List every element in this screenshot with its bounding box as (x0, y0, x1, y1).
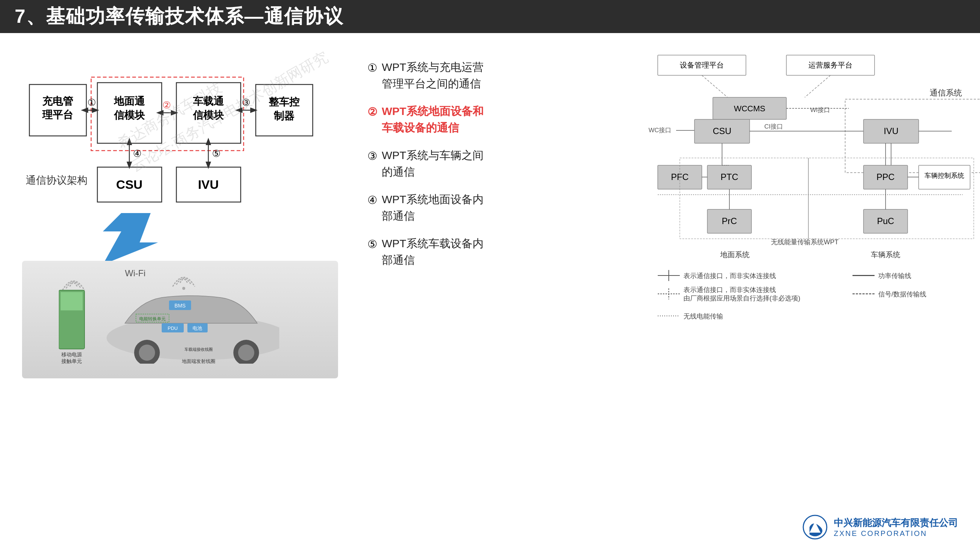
svg-text:表示通信接口，而非实体连接线: 表示通信接口，而非实体连接线 (684, 286, 776, 294)
svg-marker-28 (103, 213, 158, 265)
logo-text: 中兴新能源汽车有限责任公司 ZXNE CORPORATION (834, 516, 958, 538)
svg-text:运营服务平台: 运营服务平台 (808, 61, 853, 69)
svg-text:PTC: PTC (721, 172, 738, 182)
svg-text:制器: 制器 (274, 110, 295, 122)
svg-text:由厂商根据应用场景自行选择(非必选项): 由厂商根据应用场景自行选择(非必选项) (684, 295, 800, 302)
list-item-4: ④ WPT系统地面设备内部通信 (368, 191, 632, 224)
svg-text:IVU: IVU (198, 178, 219, 191)
svg-text:WCCMS: WCCMS (734, 104, 765, 113)
item-text-3: WPT系统与车辆之间的通信 (382, 147, 484, 180)
car-area: Wi-Fi 移动电源 接触单元 (22, 261, 338, 378)
right-section: 设备管理平台 运营服务平台 WCCMS Wi接口 通信系统 WC接口 (647, 48, 980, 544)
item-text-2: WPT系统地面设备和车载设备的通信 (382, 103, 484, 136)
system-arch-svg: 设备管理平台 运营服务平台 WCCMS Wi接口 通信系统 WC接口 (647, 51, 980, 367)
svg-text:电能转换单元: 电能转换单元 (139, 316, 166, 321)
svg-text:表示通信接口，而非实体连接线: 表示通信接口，而非实体连接线 (684, 272, 776, 279)
svg-text:功率传输线: 功率传输线 (878, 272, 911, 279)
svg-text:PDU: PDU (167, 326, 178, 331)
svg-text:PrC: PrC (722, 216, 737, 226)
company-name-en: ZXNE CORPORATION (834, 529, 927, 538)
svg-text:BMS: BMS (175, 303, 186, 308)
svg-text:④: ④ (133, 148, 142, 159)
svg-text:WC接口: WC接口 (649, 127, 671, 134)
left-section: 充电管 理平台 地面通 信模块 车载通 信模块 整车控 制器 CSU IVU (22, 48, 353, 544)
svg-text:整车控: 整车控 (269, 96, 299, 108)
svg-text:Wi接口: Wi接口 (810, 106, 830, 113)
svg-text:地面系统: 地面系统 (720, 251, 749, 259)
svg-text:信模块: 信模块 (113, 110, 145, 121)
svg-text:①: ① (88, 97, 96, 108)
svg-text:IVU: IVU (884, 126, 899, 136)
item-num-1: ① (368, 59, 377, 76)
list-item-3: ③ WPT系统与车辆之间的通信 (368, 147, 632, 180)
item-num-5: ⑤ (368, 235, 377, 252)
svg-text:接触单元: 接触单元 (61, 358, 82, 364)
svg-text:车载端接收线圈: 车载端接收线圈 (185, 347, 213, 351)
footer-logo: 中兴新能源汽车有限责任公司 ZXNE CORPORATION (802, 514, 958, 540)
svg-text:充电管: 充电管 (42, 95, 73, 107)
svg-text:地面通: 地面通 (113, 95, 145, 107)
list-item-5: ⑤ WPT系统车载设备内部通信 (368, 235, 632, 268)
svg-text:CI接口: CI接口 (764, 123, 783, 130)
svg-text:车辆系统: 车辆系统 (871, 251, 900, 259)
main-content: 充电管 理平台 地面通 信模块 车载通 信模块 整车控 制器 CSU IVU (0, 33, 980, 551)
svg-line-55 (805, 75, 830, 97)
svg-point-39 (238, 345, 254, 361)
svg-text:通信协议架构: 通信协议架构 (26, 175, 88, 186)
list-item-2: ② WPT系统地面设备和车载设备的通信 (368, 103, 632, 136)
svg-text:CSU: CSU (116, 178, 143, 191)
svg-point-37 (139, 345, 155, 361)
svg-text:PuC: PuC (877, 216, 894, 226)
svg-text:无线能量传输系统WPT: 无线能量传输系统WPT (771, 238, 838, 246)
header-bar: 7、基础功率传输技术体系—通信协议 (0, 0, 980, 33)
car-silhouette: 移动电源 接触单元 BMS PDU 电池 地面端发射线圈 (59, 272, 279, 364)
company-name-cn: 中兴新能源汽车有限责任公司 (834, 516, 958, 529)
svg-text:③: ③ (242, 97, 250, 108)
svg-text:无线电能传输: 无线电能传输 (684, 313, 723, 320)
svg-text:车载通: 车载通 (193, 95, 224, 107)
svg-text:②: ② (162, 100, 171, 111)
svg-text:地面端发射线圈: 地面端发射线圈 (181, 359, 215, 364)
svg-rect-32 (60, 292, 83, 310)
item-num-2: ② (368, 103, 377, 120)
list-item-1: ① WPT系统与充电运营管理平台之间的通信 (368, 59, 632, 92)
logo-icon (802, 514, 828, 540)
svg-text:理平台: 理平台 (42, 109, 73, 121)
svg-text:PPC: PPC (877, 172, 894, 182)
svg-text:通信系统: 通信系统 (930, 88, 962, 97)
item-text-5: WPT系统车载设备内部通信 (382, 235, 484, 268)
item-num-3: ③ (368, 147, 377, 164)
svg-text:信模块: 信模块 (192, 110, 224, 121)
svg-text:移动电源: 移动电源 (61, 351, 82, 357)
svg-text:CSU: CSU (713, 126, 732, 136)
item-list: ① WPT系统与充电运营管理平台之间的通信 ② WPT系统地面设备和车载设备的通… (368, 59, 632, 268)
svg-text:⑤: ⑤ (212, 148, 221, 159)
svg-text:车辆控制系统: 车辆控制系统 (924, 172, 964, 179)
item-text-4: WPT系统地面设备内部通信 (382, 191, 484, 224)
svg-line-54 (702, 75, 727, 97)
middle-section: ① WPT系统与充电运营管理平台之间的通信 ② WPT系统地面设备和车载设备的通… (368, 48, 632, 544)
svg-text:信号/数据传输线: 信号/数据传输线 (878, 291, 926, 298)
item-text-1: WPT系统与充电运营管理平台之间的通信 (382, 59, 484, 92)
item-num-4: ④ (368, 191, 377, 208)
comm-diagram-svg: 充电管 理平台 地面通 信模块 车载通 信模块 整车控 制器 CSU IVU (22, 59, 338, 217)
svg-text:电池: 电池 (192, 326, 202, 331)
svg-text:设备管理平台: 设备管理平台 (680, 61, 724, 69)
page-title: 7、基础功率传输技术体系—通信协议 (15, 4, 344, 29)
